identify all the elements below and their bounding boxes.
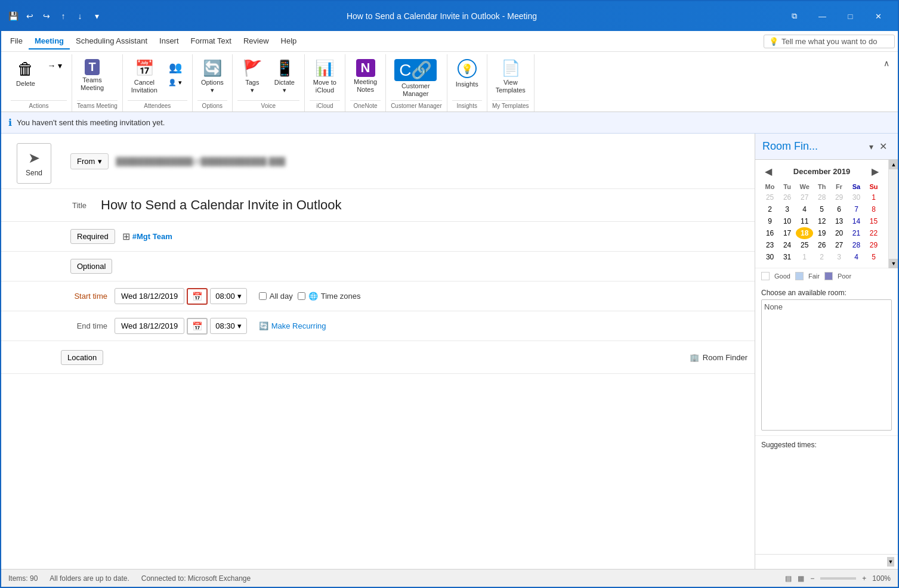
timezone-checkbox[interactable] xyxy=(298,292,305,300)
options-button[interactable]: 🔄 Options▾ xyxy=(197,57,227,97)
undo-icon[interactable]: ↩ xyxy=(24,10,36,22)
room-select-box[interactable]: None xyxy=(761,299,892,431)
end-time-select[interactable]: 08:30 ▾ xyxy=(210,318,247,334)
minus-zoom-btn[interactable]: − xyxy=(810,574,814,583)
calendar-day[interactable]: 25 xyxy=(796,239,813,251)
title-input[interactable] xyxy=(94,193,755,218)
menu-file[interactable]: File xyxy=(4,33,29,49)
calendar-day[interactable]: 20 xyxy=(830,227,848,239)
menu-help[interactable]: Help xyxy=(275,33,303,49)
delete-button[interactable]: 🗑 Delete xyxy=(11,57,41,90)
required-button[interactable]: Required xyxy=(70,229,115,244)
move-to-icloud-button[interactable]: 📊 Move toiCloud xyxy=(310,57,340,97)
up-icon[interactable]: ↑ xyxy=(57,10,69,22)
down-icon[interactable]: ↓ xyxy=(74,10,86,22)
calendar-day[interactable]: 27 xyxy=(796,191,813,203)
start-date-input[interactable]: Wed 18/12/2019 xyxy=(115,288,184,304)
calendar-day[interactable]: 5 xyxy=(865,251,882,263)
mgt-team-chip[interactable]: #Mgt Team xyxy=(132,230,172,243)
end-calendar-button[interactable]: 📅 xyxy=(187,318,208,335)
restore-btn[interactable]: ⧉ xyxy=(781,1,808,31)
allday-checkbox[interactable] xyxy=(259,292,267,300)
calendar-day[interactable]: 8 xyxy=(865,203,882,215)
calendar-day[interactable]: 6 xyxy=(830,203,848,215)
customer-manager-button[interactable]: C🔗 CustomerManager xyxy=(391,57,440,100)
calendar-day[interactable]: 17 xyxy=(778,227,796,239)
calendar-day[interactable]: 3 xyxy=(830,251,848,263)
start-calendar-button[interactable]: 📅 xyxy=(187,288,208,305)
calendar-day[interactable]: 18 xyxy=(796,227,813,239)
room-finder-button[interactable]: 🏢 Room Finder xyxy=(690,353,747,362)
calendar-day[interactable]: 31 xyxy=(778,251,796,263)
redo-icon[interactable]: ↪ xyxy=(41,10,52,22)
view-templates-button[interactable]: 📄 ViewTemplates xyxy=(492,57,529,97)
scroll-up-btn[interactable]: ▲ xyxy=(889,160,898,169)
calendar-day[interactable]: 4 xyxy=(848,251,865,263)
calendar-day[interactable]: 15 xyxy=(865,215,882,227)
meeting-notes-button[interactable]: N MeetingNotes xyxy=(350,57,381,96)
close-btn[interactable]: ✕ xyxy=(865,1,892,31)
minimize-btn[interactable]: — xyxy=(809,1,836,31)
menu-insert[interactable]: Insert xyxy=(153,33,185,49)
room-finder-close-btn[interactable]: ✕ xyxy=(876,140,891,153)
calendar-day[interactable]: 11 xyxy=(796,215,813,227)
allday-checkbox-area[interactable]: All day xyxy=(259,292,293,301)
start-time-select[interactable]: 08:00 ▾ xyxy=(210,288,247,304)
menu-scheduling[interactable]: Scheduling Assistant xyxy=(70,33,153,49)
insights-button[interactable]: 💡 Insights xyxy=(452,57,482,91)
calendar-day[interactable]: 23 xyxy=(761,239,778,251)
plus-zoom-btn[interactable]: + xyxy=(862,574,866,583)
calendar-day[interactable]: 13 xyxy=(830,215,848,227)
attendees-dropdown-btn[interactable]: 👤 ▾ xyxy=(163,77,187,88)
search-bar[interactable]: 💡 Tell me what you want to do xyxy=(764,35,895,48)
end-date-input[interactable]: Wed 18/12/2019 xyxy=(115,318,184,334)
calendar-day[interactable]: 9 xyxy=(761,215,778,227)
meeting-body[interactable] xyxy=(1,374,755,463)
teams-meeting-button[interactable]: T TeamsMeeting xyxy=(77,57,107,94)
calendar-day[interactable]: 30 xyxy=(848,191,865,203)
calendar-day[interactable]: 19 xyxy=(813,227,830,239)
room-option-none[interactable]: None xyxy=(764,302,889,311)
room-finder-dropdown-icon[interactable]: ▾ xyxy=(869,142,873,151)
next-month-btn[interactable]: ▶ xyxy=(868,165,882,178)
calendar-day[interactable]: 29 xyxy=(830,191,848,203)
calendar-day[interactable]: 16 xyxy=(761,227,778,239)
calendar-day[interactable]: 1 xyxy=(796,251,813,263)
menu-format-text[interactable]: Format Text xyxy=(185,33,237,49)
calendar-day[interactable]: 12 xyxy=(813,215,830,227)
prev-month-btn[interactable]: ◀ xyxy=(761,165,776,178)
calendar-day[interactable]: 24 xyxy=(778,239,796,251)
calendar-day[interactable]: 4 xyxy=(796,203,813,215)
dictate-button[interactable]: 📱 Dictate▾ xyxy=(270,57,299,97)
send-button[interactable]: ➤ Send xyxy=(17,143,51,184)
calendar-day[interactable]: 21 xyxy=(848,227,865,239)
calendar-day[interactable]: 30 xyxy=(761,251,778,263)
calendar-day[interactable]: 29 xyxy=(865,239,882,251)
zoom-slider[interactable] xyxy=(820,577,856,580)
calendar-day[interactable]: 14 xyxy=(848,215,865,227)
view-icon-2[interactable]: ▦ xyxy=(798,574,804,583)
timezone-check-area[interactable]: 🌐 Time zones xyxy=(298,292,361,301)
calendar-day[interactable]: 28 xyxy=(813,191,830,203)
maximize-btn[interactable]: □ xyxy=(837,1,864,31)
calendar-day[interactable]: 26 xyxy=(778,191,796,203)
calendar-day[interactable]: 1 xyxy=(865,191,882,203)
calendar-day[interactable]: 22 xyxy=(865,227,882,239)
calendar-day[interactable]: 7 xyxy=(848,203,865,215)
calendar-day[interactable]: 3 xyxy=(778,203,796,215)
panel-scroll-down-btn[interactable]: ▼ xyxy=(887,557,894,567)
menu-meeting[interactable]: Meeting xyxy=(29,33,70,49)
menu-review[interactable]: Review xyxy=(237,33,275,49)
optional-button[interactable]: Optional xyxy=(70,259,112,274)
add-attendees-btn[interactable]: 👥 xyxy=(163,59,187,76)
cancel-invitation-button[interactable]: 📅 CancelInvitation xyxy=(128,57,161,97)
calendar-day[interactable]: 25 xyxy=(761,191,778,203)
optional-input[interactable] xyxy=(119,262,747,271)
tags-button[interactable]: 🚩 Tags▾ xyxy=(237,57,267,97)
move-forward-btn[interactable]: → ▾ xyxy=(43,59,67,72)
collapse-ribbon-btn[interactable]: ∧ xyxy=(880,57,893,69)
calendar-day[interactable]: 2 xyxy=(813,251,830,263)
from-button[interactable]: From ▾ xyxy=(70,153,109,169)
location-button[interactable]: Location xyxy=(61,350,103,365)
calendar-day[interactable]: 28 xyxy=(848,239,865,251)
